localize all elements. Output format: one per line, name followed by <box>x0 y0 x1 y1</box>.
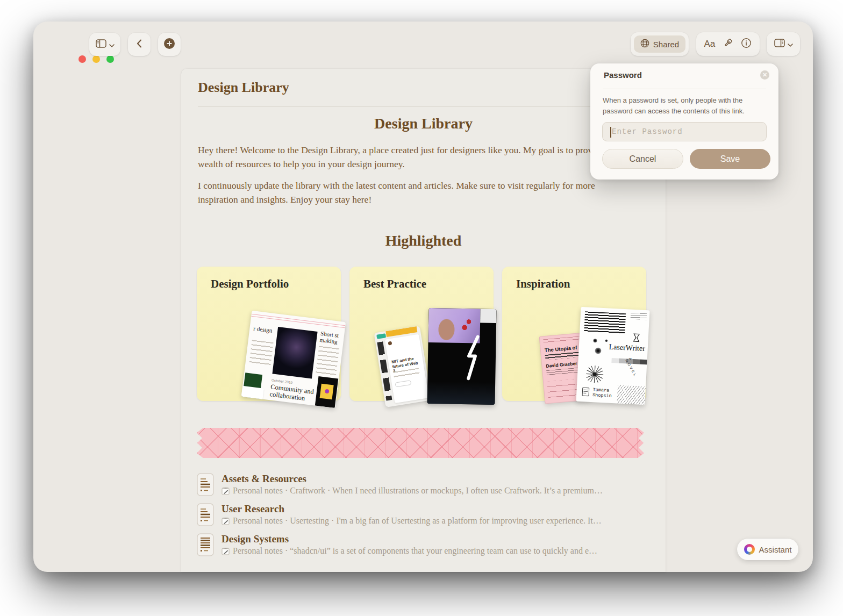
title-divider <box>198 106 649 107</box>
intro-paragraph-1: Hey there! Welcome to the Design Library… <box>198 143 634 171</box>
toggle-sidebar-button[interactable] <box>89 33 120 56</box>
zoom-window-button[interactable] <box>106 55 114 63</box>
card-collage-article: r design Short st making October 2019 Co… <box>241 311 346 408</box>
starburst-icon <box>584 364 605 384</box>
note-icon <box>222 547 230 555</box>
collage-dot <box>593 339 597 342</box>
card-title: Design Portfolio <box>211 277 289 291</box>
app-window: Shared Aa Design Library Design Library … <box>33 22 813 572</box>
washi-tape-divider <box>197 428 644 458</box>
document-lines-icon <box>197 473 214 496</box>
globe-icon <box>640 39 649 49</box>
section-heading: Highlighted <box>181 232 666 249</box>
card-title: Inspiration <box>516 277 570 291</box>
placeholder-text-lines <box>316 346 340 378</box>
highlighted-cards-row: Design Portfolio r design Short st makin… <box>197 267 646 401</box>
document-list: Assets & Resources Personal notes · Craf… <box>197 473 648 563</box>
list-item-meta: Personal notes · Craftwork · When I need… <box>233 486 603 496</box>
chevron-down-icon <box>109 40 115 49</box>
password-popover: Password ✕ When a password is set, only … <box>590 63 778 180</box>
collage-kicker: r design <box>253 325 277 334</box>
collage-black-block <box>315 376 338 408</box>
brush-icon[interactable] <box>722 37 734 51</box>
shared-label: Shared <box>653 40 679 49</box>
popover-title: Password <box>604 70 642 80</box>
card-collage-white-book: LaserWriter A NOVEL <box>576 307 649 405</box>
placeholder-text-lines <box>546 367 581 375</box>
toggle-right-panel-button[interactable] <box>767 32 800 56</box>
document-lines-icon <box>197 533 214 556</box>
list-item-title: Assets & Resources <box>222 473 603 485</box>
list-item-meta: Personal notes · Usertesting · I'm a big… <box>233 516 602 526</box>
text-style-button[interactable]: Aa <box>704 39 716 49</box>
collage-haze <box>427 381 495 405</box>
collage-barcode-stripes <box>584 311 626 334</box>
collage-sticky-note <box>320 384 334 400</box>
collage-light-corner <box>480 309 496 324</box>
card-best-practice[interactable]: Best Practice MIT and the future of Web … <box>349 267 494 401</box>
card-inspiration[interactable]: Inspiration The Utopia of David Graeber <box>502 267 646 401</box>
lightning-bolt-icon <box>463 333 485 382</box>
shared-button[interactable]: Shared <box>631 32 689 56</box>
plus-circle-icon <box>163 38 175 52</box>
collage-speaker-photo <box>272 327 317 378</box>
collage-avatar <box>388 341 392 346</box>
popover-divider <box>603 89 766 89</box>
hourglass-icon <box>633 333 640 342</box>
text-caret <box>610 127 611 138</box>
collage-teal-chip <box>376 333 386 339</box>
book-title: LaserWriter <box>609 343 645 353</box>
placeholder-text-lines <box>631 313 647 320</box>
sidebar-icon <box>96 39 106 50</box>
intro-paragraph-2: I continuously update the library with t… <box>198 178 634 206</box>
chevron-down-icon <box>788 39 793 49</box>
info-icon[interactable] <box>741 38 752 51</box>
minimize-window-button[interactable] <box>92 55 100 63</box>
card-design-portfolio[interactable]: Design Portfolio r design Short st makin… <box>197 267 341 401</box>
collage-scribble <box>325 389 330 394</box>
collage-dot <box>595 347 602 354</box>
note-icon <box>222 487 230 495</box>
list-item-title: User Research <box>222 503 602 515</box>
chevron-left-icon <box>137 39 142 50</box>
page-icon <box>582 387 590 397</box>
save-button[interactable]: Save <box>690 149 770 169</box>
format-tools-group: Aa <box>696 32 760 56</box>
new-document-button[interactable] <box>158 33 181 56</box>
list-item-user-research[interactable]: User Research Personal notes · Usertesti… <box>197 503 648 526</box>
book-author: Tamara Shopsin <box>592 387 623 399</box>
back-button[interactable] <box>128 33 151 56</box>
placeholder-text-lines <box>249 340 273 366</box>
collage-form-card <box>241 386 264 400</box>
assistant-icon <box>744 544 755 555</box>
placeholder-text-lines <box>545 352 581 360</box>
cancel-button[interactable]: Cancel <box>602 149 683 169</box>
card-title: Best Practice <box>363 277 426 291</box>
placeholder-text-lines <box>543 336 581 344</box>
close-icon[interactable]: ✕ <box>760 70 769 80</box>
list-item-design-systems[interactable]: Design Systems Personal notes · “shadcn/… <box>197 533 648 556</box>
password-input[interactable] <box>603 123 766 141</box>
document-lines-icon <box>197 503 214 526</box>
popover-description: When a password is set, only people with… <box>603 95 766 116</box>
card-collage-photo-card <box>427 308 496 405</box>
collage-column-heading: Short st making <box>319 330 344 346</box>
close-window-button[interactable] <box>78 55 86 63</box>
password-input-wrapper <box>602 122 767 141</box>
collage-accent-line <box>252 314 346 326</box>
assistant-label: Assistant <box>759 545 792 554</box>
card-collage-ui-screenshot: MIT and the future of Web 3. <box>374 326 432 407</box>
list-item-title: Design Systems <box>222 533 597 545</box>
assistant-button[interactable]: Assistant <box>737 539 798 560</box>
collage-dot <box>605 339 608 342</box>
list-item-assets-resources[interactable]: Assets & Resources Personal notes · Craf… <box>197 473 648 496</box>
collage-pill-button <box>395 380 411 388</box>
collage-white-card: MIT and the future of Web 3. <box>385 334 429 404</box>
note-icon <box>222 517 230 525</box>
shared-pill: Shared <box>634 35 685 53</box>
right-panel-icon <box>774 39 785 49</box>
page-title: Design Library <box>198 80 289 96</box>
list-item-meta: Personal notes · “shadcn/ui” is a set of… <box>233 546 597 556</box>
